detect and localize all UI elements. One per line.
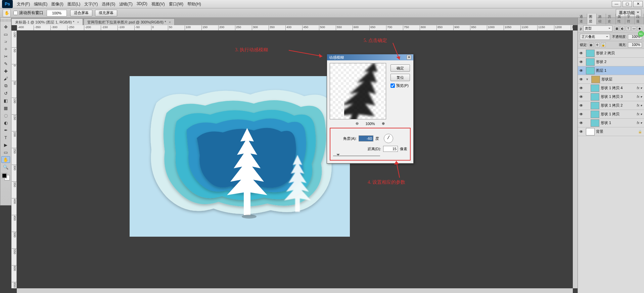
- blur-tool[interactable]: ◌: [1, 112, 10, 119]
- healing-tool[interactable]: ✚: [1, 68, 10, 74]
- color-swatch[interactable]: [2, 173, 9, 180]
- canvas-viewport[interactable]: [17, 31, 573, 288]
- marquee-tool[interactable]: ▭: [1, 31, 10, 38]
- fx-icon[interactable]: fx ▾: [637, 86, 642, 90]
- minimize-button[interactable]: —: [612, 1, 621, 7]
- type-tool[interactable]: T: [1, 134, 10, 141]
- lock-position-icon[interactable]: ✢: [595, 43, 600, 47]
- fx-icon[interactable]: fx ▾: [637, 112, 642, 116]
- layer-row[interactable]: 👁形状 1 拷贝 3fx ▾: [578, 93, 644, 101]
- layer-row[interactable]: 👁形状 1fx ▾: [578, 119, 644, 127]
- zoom-in-icon[interactable]: ⊕: [382, 121, 385, 126]
- dialog-reset-button[interactable]: 复位: [390, 74, 410, 81]
- visibility-icon[interactable]: 👁: [578, 77, 585, 82]
- layer-row[interactable]: 👁形状 2: [578, 58, 644, 66]
- layer-row[interactable]: 👁形状 1 拷贝 2fx ▾: [578, 101, 644, 110]
- zoom-level-input[interactable]: [47, 10, 67, 16]
- filter-icon[interactable]: ◐: [620, 26, 625, 31]
- scroll-all-windows-checkbox[interactable]: 滚动所有窗口: [13, 10, 43, 16]
- visibility-icon[interactable]: 👁: [578, 68, 585, 73]
- history-brush-tool[interactable]: ↺: [1, 90, 10, 97]
- panel-tab[interactable]: 历史: [606, 14, 615, 24]
- visibility-icon[interactable]: 👁: [578, 51, 585, 56]
- visibility-icon[interactable]: 👁: [578, 121, 585, 125]
- document-tab[interactable]: 官网导航栏下拉菜单图片.psd @ 300%(RGB/8) *×: [84, 18, 175, 25]
- fill-screen-button[interactable]: 填充屏幕: [95, 10, 117, 16]
- dialog-ok-button[interactable]: 确定: [390, 64, 410, 72]
- blend-mode-dropdown[interactable]: 正片叠底: [580, 34, 610, 40]
- dodge-tool[interactable]: ◐: [1, 119, 10, 126]
- layer-row[interactable]: 👁图层 1: [578, 66, 644, 75]
- layer-row[interactable]: 👁▾形状层: [578, 75, 644, 84]
- fit-screen-button[interactable]: 适合屏幕: [70, 10, 92, 16]
- stamp-tool[interactable]: ⧉: [1, 82, 10, 89]
- filter-icon[interactable]: T: [626, 26, 631, 31]
- shape-tool[interactable]: ▭: [1, 149, 10, 156]
- filter-icon[interactable]: ▦: [614, 26, 619, 31]
- tab-close-icon[interactable]: ×: [169, 19, 171, 25]
- menu-item[interactable]: 图像(I): [49, 1, 65, 7]
- distance-slider[interactable]: [333, 155, 380, 157]
- crop-tool[interactable]: ✂: [1, 53, 10, 60]
- panel-tab[interactable]: 属性: [616, 14, 625, 24]
- path-select-tool[interactable]: ▶: [1, 141, 10, 148]
- toolbox-handle[interactable]: [1, 19, 11, 22]
- zoom-tool[interactable]: 🔍: [1, 164, 10, 170]
- panel-tab[interactable]: 字符: [625, 14, 635, 24]
- panel-tab[interactable]: 图层: [587, 14, 597, 24]
- menu-item[interactable]: 编辑(E): [32, 1, 49, 7]
- fx-icon[interactable]: fx ▾: [637, 121, 642, 125]
- dialog-preview[interactable]: [330, 63, 386, 119]
- maximize-button[interactable]: ▢: [623, 1, 632, 7]
- visibility-icon[interactable]: 👁: [578, 112, 585, 117]
- dialog-close-button[interactable]: ✕: [407, 55, 411, 60]
- layer-filter-dropdown[interactable]: 类型: [583, 25, 612, 32]
- menu-item[interactable]: 文件(F): [15, 1, 32, 7]
- lock-all-icon[interactable]: 🔒: [601, 43, 606, 47]
- angle-wheel[interactable]: [384, 134, 393, 143]
- lasso-tool[interactable]: ⟉: [1, 38, 10, 45]
- menu-item[interactable]: 窗口(W): [167, 1, 185, 7]
- panel-tab[interactable]: 段落: [635, 14, 644, 24]
- gradient-tool[interactable]: ▦: [1, 105, 10, 111]
- menu-item[interactable]: 视图(V): [149, 1, 167, 7]
- layer-row[interactable]: 👁形状 1 拷贝 4fx ▾: [578, 84, 644, 93]
- fx-icon[interactable]: fx ▾: [637, 95, 642, 99]
- move-tool[interactable]: ✥: [1, 23, 10, 30]
- close-button[interactable]: ✕: [633, 1, 643, 7]
- group-toggle-icon[interactable]: ▾: [585, 77, 590, 81]
- lock-pixels-icon[interactable]: ▦: [589, 43, 594, 47]
- zoom-out-icon[interactable]: ⊖: [356, 121, 359, 126]
- eraser-tool[interactable]: ◧: [1, 97, 10, 104]
- fx-icon[interactable]: fx ▾: [637, 104, 642, 107]
- menu-item[interactable]: 3D(D): [135, 1, 149, 7]
- layer-row[interactable]: 👁背景🔒: [578, 127, 644, 136]
- brush-tool[interactable]: 🖌: [1, 75, 10, 82]
- filter-icon[interactable]: ▭: [632, 26, 636, 31]
- menu-item[interactable]: 图层(L): [65, 1, 83, 7]
- visibility-icon[interactable]: 👁: [578, 103, 585, 108]
- menu-item[interactable]: 滤镜(T): [117, 1, 134, 7]
- tab-close-icon[interactable]: ×: [77, 19, 79, 25]
- visibility-icon[interactable]: 👁: [578, 95, 585, 99]
- menu-item[interactable]: 选择(S): [100, 1, 117, 7]
- dialog-titlebar[interactable]: 动感模糊 ✕: [327, 54, 413, 60]
- panel-tab[interactable]: 路径: [597, 14, 606, 24]
- hand-tool[interactable]: ✋: [1, 156, 10, 163]
- visibility-icon[interactable]: 👁: [578, 86, 585, 91]
- angle-input[interactable]: [359, 135, 373, 141]
- layer-row[interactable]: 👁形状 2 拷贝: [578, 49, 644, 58]
- fill-value[interactable]: 100%: [628, 42, 642, 48]
- panel-tab[interactable]: 通道: [578, 14, 587, 24]
- pen-tool[interactable]: ✒: [1, 127, 10, 133]
- menu-item[interactable]: 帮助(H): [185, 1, 203, 7]
- document-tab[interactable]: 未标题-1 @ 100% (图层 1, RGB/8) *×: [11, 18, 83, 25]
- magic-wand-tool[interactable]: ✧: [1, 46, 10, 52]
- filter-icon[interactable]: ◉: [637, 26, 642, 31]
- eyedropper-tool[interactable]: ✎: [1, 60, 10, 67]
- layer-row[interactable]: 👁形状 1 拷贝fx ▾: [578, 110, 644, 119]
- visibility-icon[interactable]: 👁: [578, 60, 585, 64]
- menu-item[interactable]: 文字(Y): [82, 1, 100, 7]
- distance-input[interactable]: [383, 146, 398, 152]
- dialog-preview-checkbox[interactable]: 预览(P): [390, 83, 409, 88]
